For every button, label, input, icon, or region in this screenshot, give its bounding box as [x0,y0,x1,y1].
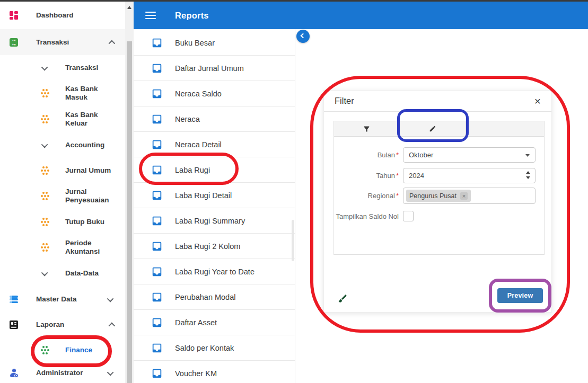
sidebar-item-label: Jurnal Penyesuaian [65,188,116,204]
sidebar-item-data-data[interactable]: Data-Data [0,260,125,287]
inbox-icon [151,215,163,227]
dots-green-icon [41,346,49,354]
chevron-up-icon [109,320,113,329]
report-item-voucher-km[interactable]: Voucher KM [134,361,295,383]
sidebar-item-master-data[interactable]: Master Data [0,287,125,312]
dots-orange-icon [41,115,49,123]
sidebar-item-administrator[interactable]: Administrator [0,363,125,383]
bulan-value: Oktober [409,151,433,159]
tahun-value: 2024 [409,172,424,180]
chevron-down-icon [41,269,49,278]
report-item-laba-rugi[interactable]: Laba Rugi [134,157,295,183]
preview-button[interactable]: Preview [497,288,543,303]
inbox-icon [151,291,163,303]
tab-filter[interactable] [334,121,400,136]
inbox-icon [151,368,163,379]
regional-chip: Pengurus Pusat × [406,190,471,202]
dots-orange-icon [41,166,49,175]
regional-multiselect[interactable]: Pengurus Pusat × [403,188,536,204]
report-item-daftar-asset[interactable]: Daftar Asset [134,310,295,335]
brush-icon[interactable] [338,293,348,304]
report-item-neraca-saldo[interactable]: Neraca Saldo [134,81,295,106]
calculator-icon: -×+= [10,38,18,47]
chevron-down-icon [41,64,49,72]
report-item-perubahan-modal[interactable]: Perubahan Modal [134,284,295,310]
inbox-icon [151,37,163,49]
report-item-label: Daftar Asset [175,318,217,327]
sidebar-item-periode-akuntansi[interactable]: Periode Akuntansi [0,235,125,260]
filter-tabs [334,121,544,137]
reports-panel: Buku Besar Daftar Jurnal Umum Neraca Sal… [134,29,295,383]
report-item-label: Laba Rugi Year to Date [175,268,254,276]
sidebar-item-label: Accounting [65,141,116,149]
sidebar-item-label: Data-Data [65,269,116,278]
tahun-stepper[interactable]: 2024 [403,168,536,183]
bulan-select[interactable]: Oktober [403,147,536,163]
chip-label: Pengurus Pusat [409,192,457,200]
report-item-daftar-jurnal-umum[interactable]: Daftar Jurnal Umum [134,56,295,81]
sidebar-item-label: Finance [65,346,116,354]
reports-scrollbar-thumb[interactable] [292,220,294,261]
stepper-arrows-icon[interactable] [526,171,530,179]
inbox-icon [151,88,163,100]
sidebar-item-kas-bank-keluar[interactable]: Kas Bank Keluar [0,106,125,132]
inbox-icon [151,317,163,328]
report-item-label: Daftar Jurnal Umum [175,64,244,73]
report-item-label: Buku Besar [175,39,215,47]
filter-dialog-header: Filter × [324,91,551,112]
report-item-label: Saldo per Kontak [175,344,234,352]
report-item-laba-rugi-2-kolom[interactable]: Laba Rugi 2 Kolom [134,234,295,259]
report-item-label: Laba Rugi [175,166,210,174]
sidebar-item-jurnal-penyesuaian[interactable]: Jurnal Penyesuaian [0,183,125,209]
sidebar-item-label: Dashboard [36,11,99,20]
sidebar-item-transaksi-sub[interactable]: Transaksi [0,55,125,81]
report-item-laba-rugi-summary[interactable]: Laba Rugi Summary [134,208,295,234]
report-item-laba-rugi-detail[interactable]: Laba Rugi Detail [134,183,295,208]
field-row-saldo-nol: Tampilkan Saldo Nol [334,211,544,221]
sidebar-item-label: Laporan [36,320,99,329]
collapse-panel-button[interactable] [296,30,310,43]
list-icon [10,295,18,304]
tab-edit[interactable] [400,121,466,136]
report-item-label: Neraca [175,115,200,123]
sidebar-item-transaksi[interactable]: -×+= Transaksi [0,29,125,55]
sidebar-item-label: Administrator [36,369,99,377]
sidebar-item-label: Jurnal Umum [65,166,116,175]
sidebar-item-accounting[interactable]: Accounting [0,132,125,158]
report-item-laba-rugi-year-to-date[interactable]: Laba Rugi Year to Date [134,259,295,284]
dashboard-icon [10,11,18,20]
chip-remove-icon[interactable]: × [460,192,468,200]
sidebar-item-label: Tutup Buku [65,218,116,226]
saldo-nol-checkbox[interactable] [403,211,414,221]
chevron-left-icon [301,33,306,39]
sidebar-item-tutup-buku[interactable]: Tutup Buku [0,209,125,235]
sidebar-item-label: Periode Akuntansi [65,239,116,256]
sidebar-scrollbar[interactable] [125,2,134,383]
sidebar-item-dashboard[interactable]: Dashboard [0,2,125,29]
required-asterisk: * [396,172,399,180]
report-item-neraca-detail[interactable]: Neraca Detail [134,132,295,157]
sidebar-item-jurnal-umum[interactable]: Jurnal Umum [0,158,125,183]
hamburger-icon[interactable] [145,12,156,20]
filter-fields: Bulan* Oktober Tahun* 2024 Regional* [334,137,544,221]
report-item-saldo-per-kontak[interactable]: Saldo per Kontak [134,335,295,361]
filter-dialog-footer: Preview [324,281,551,312]
report-item-buku-besar[interactable]: Buku Besar [134,30,295,56]
dots-orange-icon [41,243,49,252]
required-asterisk: * [396,151,399,159]
scrollbar-thumb[interactable] [127,41,132,383]
inbox-icon [151,190,163,201]
field-label: Tampilkan Saldo Nol [334,212,399,220]
sidebar-item-label: Transaksi [36,38,99,47]
sidebar-item-laporan[interactable]: Laporan [0,312,125,337]
page-title: Reports [175,11,209,21]
sidebar-item-label: Master Data [36,295,99,304]
close-icon[interactable]: × [534,96,541,106]
report-item-neraca[interactable]: Neraca [134,106,295,132]
admin-icon [10,369,18,377]
scrollbar-up-arrow-icon[interactable] [127,6,131,9]
chevron-down-icon [41,141,49,149]
sidebar-item-finance[interactable]: Finance [0,337,125,363]
app-screen: Dashboard -×+= Transaksi Transaksi Kas B… [0,0,588,383]
sidebar-item-kas-bank-masuk[interactable]: Kas Bank Masuk [0,81,125,106]
